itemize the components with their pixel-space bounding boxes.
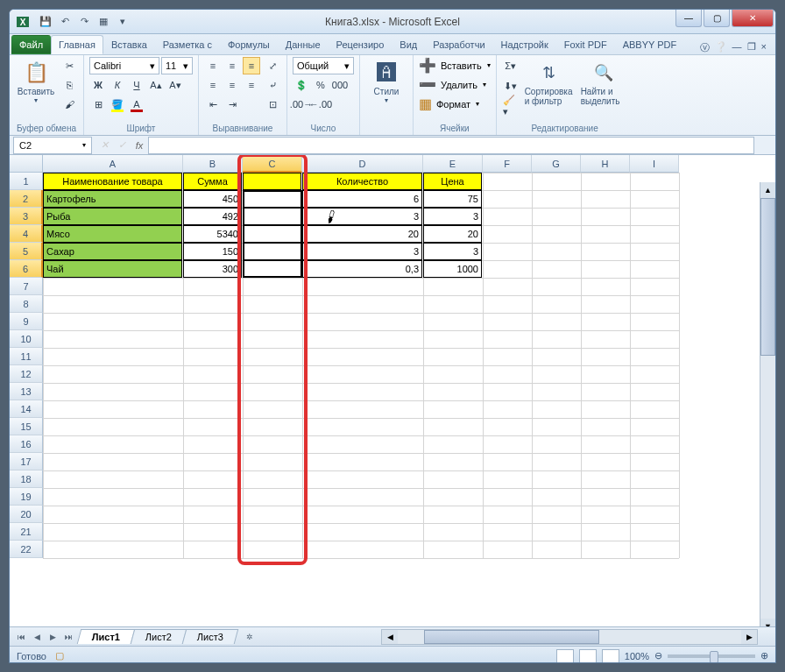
row-header[interactable]: 9 bbox=[10, 313, 43, 330]
save-icon[interactable]: 💾 bbox=[38, 14, 53, 30]
cell[interactable] bbox=[243, 260, 301, 278]
font-size-combo[interactable]: 11▾ bbox=[161, 57, 193, 74]
row-header[interactable]: 3 bbox=[10, 208, 43, 225]
qat-item-icon[interactable]: ▦ bbox=[95, 14, 111, 30]
cell[interactable]: 150 bbox=[183, 243, 242, 260]
tab-abbyy pdf[interactable]: ABBYY PDF bbox=[615, 35, 685, 54]
comma-icon[interactable]: 000 bbox=[331, 76, 349, 94]
increase-decimal-icon[interactable]: .00→ bbox=[293, 95, 310, 113]
tab-рецензиро[interactable]: Рецензиро bbox=[329, 35, 392, 54]
cell[interactable] bbox=[243, 190, 301, 208]
row-header[interactable]: 18 bbox=[10, 470, 43, 488]
row-header[interactable]: 20 bbox=[10, 506, 43, 523]
italic-button[interactable]: К bbox=[109, 76, 126, 94]
minimize-button[interactable]: — bbox=[675, 10, 702, 27]
delete-cells-button[interactable]: ➖Удалить▾ bbox=[419, 76, 491, 93]
close-button[interactable]: ✕ bbox=[732, 10, 774, 27]
scroll-thumb[interactable] bbox=[760, 198, 775, 356]
fill-color-icon[interactable]: 🪣 bbox=[109, 95, 126, 113]
align-left-icon[interactable]: ≡ bbox=[204, 76, 222, 94]
align-bottom-icon[interactable]: ≡ bbox=[243, 57, 260, 74]
row-header[interactable]: 11 bbox=[10, 348, 43, 365]
cell[interactable]: Наименование товара bbox=[43, 173, 182, 190]
column-header[interactable]: B bbox=[183, 155, 243, 173]
row-header[interactable]: 21 bbox=[10, 523, 43, 541]
merge-icon[interactable]: ⊡ bbox=[264, 95, 281, 113]
horizontal-scrollbar[interactable]: ◀ ▶ bbox=[381, 629, 758, 645]
increase-indent-icon[interactable]: ⇥ bbox=[223, 95, 241, 113]
row-header[interactable]: 22 bbox=[10, 541, 43, 558]
decrease-decimal-icon[interactable]: ←.00 bbox=[312, 95, 329, 113]
tab-надстройк[interactable]: Надстройк bbox=[493, 35, 556, 54]
cell[interactable] bbox=[243, 243, 301, 260]
name-box[interactable]: C2 ▾ bbox=[13, 137, 92, 154]
align-center-icon[interactable]: ≡ bbox=[223, 76, 241, 94]
cell[interactable] bbox=[243, 173, 301, 190]
align-top-icon[interactable]: ≡ bbox=[204, 57, 222, 74]
clear-icon[interactable]: 🧹▾ bbox=[502, 97, 520, 115]
vertical-scrollbar[interactable]: ▲ ▼ bbox=[760, 182, 775, 634]
tab-разметка с[interactable]: Разметка с bbox=[155, 35, 220, 54]
cell[interactable]: 5340 bbox=[183, 225, 242, 243]
row-header[interactable]: 1 bbox=[10, 173, 43, 190]
tab-данные[interactable]: Данные bbox=[278, 35, 329, 54]
sort-filter-button[interactable]: ⇅ Сортировка и фильтр bbox=[523, 57, 576, 108]
workbook-restore-icon[interactable]: ❐ bbox=[747, 41, 756, 54]
scroll-right-icon[interactable]: ▶ bbox=[741, 630, 757, 644]
row-header[interactable]: 10 bbox=[10, 330, 43, 348]
cut-icon[interactable]: ✂ bbox=[60, 57, 78, 74]
currency-icon[interactable]: 💲 bbox=[293, 76, 310, 94]
enter-formula-icon[interactable]: ✓ bbox=[113, 137, 131, 154]
column-header[interactable]: E bbox=[423, 155, 483, 173]
sheet-tab[interactable]: Лист3 bbox=[182, 629, 239, 644]
autosum-icon[interactable]: Σ▾ bbox=[502, 57, 520, 74]
tab-file[interactable]: Файл bbox=[11, 35, 51, 54]
copy-icon[interactable]: ⎘ bbox=[60, 76, 78, 94]
tab-главная[interactable]: Главная bbox=[51, 35, 103, 54]
cell[interactable]: Цена bbox=[423, 173, 482, 190]
cell[interactable]: 450 bbox=[183, 190, 242, 208]
redo-icon[interactable]: ↷ bbox=[76, 14, 92, 30]
row-header[interactable]: 14 bbox=[10, 400, 43, 418]
tab-формулы[interactable]: Формулы bbox=[220, 35, 278, 54]
cell[interactable]: 0,3 bbox=[302, 260, 422, 278]
row-header[interactable]: 2 bbox=[10, 190, 43, 208]
column-header[interactable]: D bbox=[302, 155, 423, 173]
sheet-prev-icon[interactable]: ◀ bbox=[29, 629, 45, 645]
font-color-icon[interactable]: A bbox=[128, 95, 145, 113]
styles-button[interactable]: 🅰 Стили ▾ bbox=[365, 57, 407, 106]
cell[interactable]: 6 bbox=[302, 190, 422, 208]
cell[interactable]: 492 bbox=[183, 208, 242, 225]
underline-button[interactable]: Ч bbox=[128, 76, 145, 94]
row-header[interactable]: 17 bbox=[10, 453, 43, 470]
new-sheet-icon[interactable]: ✲ bbox=[242, 629, 258, 645]
borders-icon[interactable]: ⊞ bbox=[89, 95, 107, 113]
tab-foxit pdf[interactable]: Foxit PDF bbox=[556, 35, 615, 54]
cell[interactable]: 3 bbox=[423, 208, 482, 225]
fill-icon[interactable]: ⬇▾ bbox=[502, 77, 520, 95]
bold-button[interactable]: Ж bbox=[89, 76, 107, 94]
column-header[interactable]: H bbox=[581, 155, 630, 173]
cell[interactable]: Количество bbox=[302, 173, 422, 190]
select-all-corner[interactable] bbox=[10, 155, 43, 173]
number-format-combo[interactable]: Общий▾ bbox=[293, 57, 354, 74]
cancel-formula-icon[interactable]: ✕ bbox=[95, 137, 113, 154]
zoom-slider[interactable] bbox=[668, 654, 755, 658]
workbook-minimize-icon[interactable]: — bbox=[732, 41, 742, 54]
macro-record-icon[interactable]: ▢ bbox=[55, 650, 64, 661]
tab-вид[interactable]: Вид bbox=[392, 35, 425, 54]
decrease-indent-icon[interactable]: ⇤ bbox=[204, 95, 222, 113]
decrease-font-icon[interactable]: A▾ bbox=[166, 76, 184, 94]
orientation-icon[interactable]: ⤢ bbox=[264, 57, 281, 74]
cell[interactable]: 20 bbox=[423, 225, 482, 243]
percent-icon[interactable]: % bbox=[312, 76, 329, 94]
zoom-value[interactable]: 100% bbox=[625, 651, 649, 661]
format-cells-button[interactable]: ▦Формат▾ bbox=[419, 95, 491, 112]
align-middle-icon[interactable]: ≡ bbox=[223, 57, 241, 74]
tab-вставка[interactable]: Вставка bbox=[103, 35, 155, 54]
workbook-close-icon[interactable]: × bbox=[761, 41, 767, 54]
scroll-up-icon[interactable]: ▲ bbox=[760, 182, 775, 198]
fx-icon[interactable]: fx bbox=[131, 137, 148, 154]
sheet-last-icon[interactable]: ⏭ bbox=[60, 629, 76, 645]
insert-cells-button[interactable]: ➕Вставить▾ bbox=[419, 57, 491, 74]
